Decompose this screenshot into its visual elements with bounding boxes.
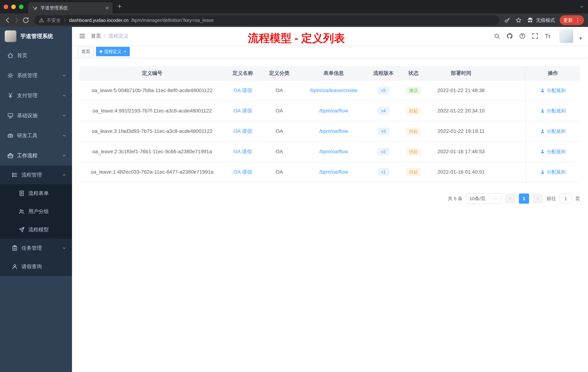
page-number-button[interactable]: 1 — [519, 194, 529, 204]
definition-category-cell: OA — [261, 142, 298, 162]
tag-close-icon[interactable]: × — [124, 49, 126, 54]
window-minimize-button[interactable] — [11, 5, 16, 9]
definition-category-cell: OA — [261, 162, 298, 182]
deploy-time-cell: 2022-01-16 17:46:53 — [429, 142, 493, 162]
page-content: 定义编号定义名称定义分类表单信息流程版本状态部署时间操作oa_leave:5:0… — [72, 58, 588, 372]
form-info-link[interactable]: /bpm/oa/flow — [319, 149, 348, 154]
assign-rule-link[interactable]: 分配规则 — [540, 128, 566, 134]
sidebar-item-process-form[interactable]: 流程表单 — [0, 184, 72, 202]
assign-rule-link[interactable]: 分配规则 — [540, 169, 566, 175]
definition-name-link[interactable]: OA 请假 — [233, 148, 252, 155]
table-row: oa_leave:2:3c1f0ef1-76b1-11ec-9c66-a2380… — [79, 142, 580, 162]
sidebar-item-devtools[interactable]: 研发工具 — [0, 126, 72, 146]
sidebar-item-infrastructure[interactable]: 基础设施 — [0, 106, 72, 126]
tab-title: 芋道管理系统 — [41, 5, 102, 11]
window-close-button[interactable] — [4, 5, 8, 9]
chevron-right-icon — [536, 196, 540, 201]
action-cell: 分配规则 — [525, 80, 580, 100]
user-icon — [540, 170, 545, 174]
sidebar-item-leave-query[interactable]: 请假查询 — [0, 257, 72, 276]
chevron-up-icon — [62, 173, 67, 177]
sidebar-item-process-management[interactable]: 流程管理 — [0, 166, 72, 184]
sidebar-item-payment[interactable]: 支付管理 — [0, 86, 72, 106]
definition-name-link[interactable]: OA 请假 — [233, 87, 252, 94]
sidebar-item-system[interactable]: 系统管理 — [0, 66, 72, 86]
version-cell: v2 — [369, 142, 398, 162]
bookmark-star-icon[interactable] — [515, 17, 522, 23]
password-key-icon[interactable] — [504, 17, 511, 23]
tab-close-icon[interactable]: × — [105, 5, 109, 11]
page-size-select[interactable]: 10条/页 — [466, 193, 502, 204]
column-header: 流程版本 — [369, 66, 398, 80]
definition-id-cell: oa_leave:5:004b710b-7b8a-11ec-8ef0-acde4… — [79, 80, 225, 100]
goto-page-input[interactable]: 1 — [560, 194, 572, 204]
browser-menu-icon[interactable]: ⋮ — [575, 17, 580, 23]
assign-rule-link[interactable]: 分配规则 — [540, 87, 566, 94]
page-annotation-title: 流程模型 - 定义列表 — [248, 31, 345, 46]
avatar-caret-icon[interactable]: ▾ — [579, 35, 582, 41]
assign-rule-link[interactable]: 分配规则 — [540, 108, 566, 114]
version-badge: v3 — [378, 128, 389, 135]
help-icon[interactable] — [519, 33, 526, 39]
sidebar-item-task-management[interactable]: 任务管理 — [0, 239, 72, 257]
sidebar-item-label: 工作流程 — [17, 152, 37, 159]
column-header: 操作 — [525, 66, 580, 80]
form-info-link[interactable]: /bpm/oa/flow — [319, 169, 348, 175]
fullscreen-icon[interactable] — [532, 33, 538, 39]
definition-name-link[interactable]: OA 请假 — [233, 107, 252, 114]
tags-view-bar: 首页流程定义× — [72, 45, 588, 58]
tag-process-definition[interactable]: 流程定义× — [96, 47, 130, 56]
sidebar-item-workflow[interactable]: 工作流程 — [0, 146, 72, 166]
pagination-total: 共 5 条 — [448, 196, 462, 202]
status-badge: 挂起 — [406, 148, 421, 155]
browser-tab[interactable]: 芋道管理系统 × — [28, 2, 113, 13]
sidebar-item-user-group[interactable]: 用户分组 — [0, 202, 72, 220]
sidebar-item-label: 支付管理 — [17, 92, 37, 99]
version-badge: v1 — [378, 168, 389, 176]
tag-home[interactable]: 首页 — [78, 47, 94, 56]
status-cell: 挂起 — [398, 101, 430, 121]
form-info-link[interactable]: /bpm/oa/flow — [319, 108, 348, 114]
breadcrumb-home[interactable]: 首页 — [91, 33, 101, 40]
form-info-link[interactable]: /bpm/oa/flow — [319, 128, 348, 134]
logo[interactable]: 芋道管理系统 — [0, 27, 72, 45]
definition-name-cell: OA 请假 — [225, 162, 261, 182]
sidebar-item-process-model[interactable]: 流程模型 — [0, 220, 72, 239]
definition-name-cell: OA 请假 — [225, 101, 261, 121]
definition-name-link[interactable]: OA 请假 — [233, 128, 252, 135]
back-button[interactable] — [4, 17, 11, 24]
chevron-left-icon — [508, 196, 513, 201]
tab-strip-caret-icon[interactable] — [579, 4, 584, 9]
chevron-down-icon — [62, 73, 67, 78]
form-info-link[interactable]: /bpm/oa/leave/create — [310, 88, 357, 93]
column-header: 状态 — [398, 66, 430, 80]
incognito-label: 无痕模式 — [536, 17, 555, 23]
sidebar-item-label: 任务管理 — [21, 245, 42, 252]
reload-button[interactable] — [22, 17, 30, 24]
new-tab-button[interactable]: + — [117, 1, 122, 12]
form-info-cell: /bpm/oa/flow — [298, 162, 369, 182]
user-avatar[interactable] — [559, 29, 573, 43]
sidebar-toggle-icon[interactable] — [79, 33, 86, 40]
user-icon — [540, 109, 545, 113]
url-bar[interactable]: 不安全 | dashboard.yudao.iocoder.cn/bpm/man… — [34, 15, 499, 25]
deploy-time-cell: 2022-01-22 19:19:11 — [429, 121, 493, 141]
update-chip[interactable]: 更新 ⋮ — [560, 15, 584, 25]
window-zoom-button[interactable] — [19, 5, 23, 9]
sidebar-item-home[interactable]: 首页 — [0, 45, 72, 66]
security-warning-icon[interactable] — [39, 18, 44, 23]
url-path: /bpm/manager/definition?key=oa_leave — [131, 17, 214, 23]
font-size-icon[interactable] — [545, 33, 551, 39]
doc-icon — [19, 190, 25, 196]
github-icon[interactable] — [506, 33, 513, 39]
assign-rule-link[interactable]: 分配规则 — [540, 149, 566, 155]
next-page-button[interactable] — [533, 194, 543, 204]
definition-table: 定义编号定义名称定义分类表单信息流程版本状态部署时间操作oa_leave:5:0… — [79, 66, 580, 182]
status-cell: 挂起 — [398, 162, 430, 182]
definition-name-link[interactable]: OA 请假 — [233, 169, 252, 175]
forward-button[interactable] — [13, 17, 20, 24]
assign-rule-label: 分配规则 — [547, 108, 566, 114]
search-icon[interactable] — [494, 33, 500, 39]
version-cell: v1 — [369, 162, 398, 182]
prev-page-button[interactable] — [505, 194, 515, 204]
